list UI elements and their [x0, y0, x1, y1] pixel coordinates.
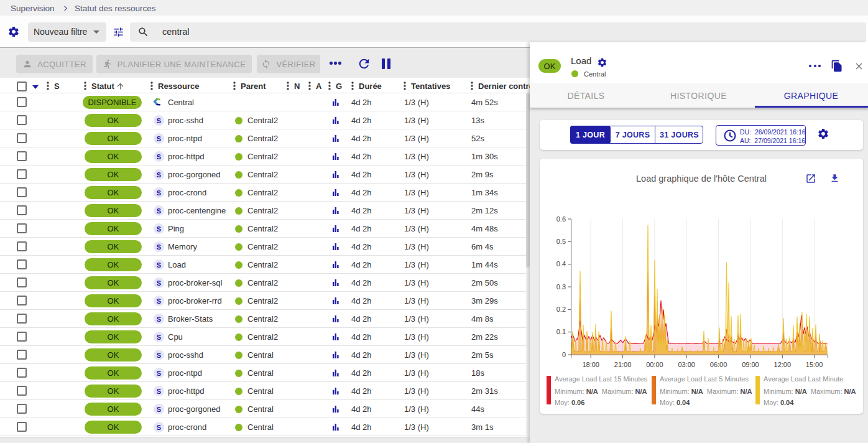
svg-text:06:00: 06:00: [710, 361, 727, 368]
svg-text:0.4: 0.4: [556, 260, 566, 268]
svg-text:0.6: 0.6: [556, 215, 566, 223]
svg-text:0.3: 0.3: [556, 283, 566, 291]
svg-text:09:00: 09:00: [742, 361, 759, 368]
svg-text:0.1: 0.1: [556, 328, 566, 335]
svg-text:0: 0: [562, 351, 566, 358]
svg-text:12:00: 12:00: [774, 361, 792, 368]
svg-text:0.5: 0.5: [556, 238, 566, 245]
svg-text:03:00: 03:00: [678, 361, 695, 368]
svg-text:18:00: 18:00: [582, 361, 599, 368]
svg-text:15:00: 15:00: [806, 361, 823, 368]
svg-text:00:00: 00:00: [646, 361, 663, 368]
svg-text:0.2: 0.2: [556, 305, 566, 313]
svg-text:21:00: 21:00: [614, 361, 632, 368]
